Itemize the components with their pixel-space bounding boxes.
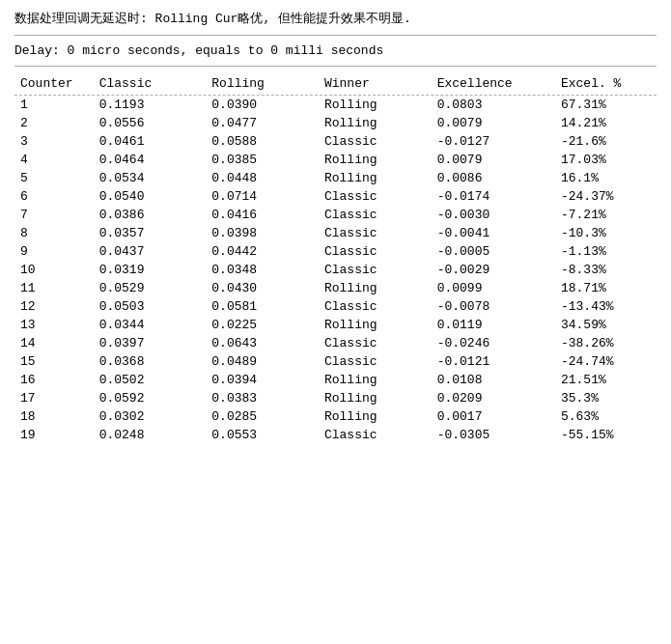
col-header-rolling: Rolling xyxy=(206,72,319,95)
cell-rolling: 0.0416 xyxy=(206,206,319,224)
cell-counter: 5 xyxy=(14,169,94,187)
cell-excellence: 0.0079 xyxy=(432,114,555,132)
table-row: 50.05340.0448Rolling0.008616.1% xyxy=(14,169,657,187)
cell-rolling: 0.0348 xyxy=(206,261,319,279)
cell-excel-pct: 18.71% xyxy=(555,279,657,297)
cell-rolling: 0.0714 xyxy=(206,187,319,206)
cell-winner: Classic xyxy=(319,206,432,224)
table-row: 170.05920.0383Rolling0.020935.3% xyxy=(14,389,657,407)
cell-excellence: -0.0078 xyxy=(432,297,555,316)
cell-excellence: 0.0086 xyxy=(432,169,555,187)
cell-rolling: 0.0398 xyxy=(206,224,319,242)
cell-excel-pct: -7.21% xyxy=(555,206,657,224)
cell-excellence: 0.0079 xyxy=(432,151,555,169)
cell-rolling: 0.0588 xyxy=(206,132,319,151)
data-table: Counter Classic Rolling Winner Excellenc… xyxy=(14,72,657,444)
cell-winner: Rolling xyxy=(319,389,432,407)
cell-classic: 0.0540 xyxy=(94,187,207,206)
cell-classic: 0.0397 xyxy=(94,334,207,352)
cell-excellence: -0.0305 xyxy=(432,426,555,444)
delay-line: Delay: 0 micro seconds, equals to 0 mill… xyxy=(14,43,657,58)
col-header-classic: Classic xyxy=(94,72,207,95)
cell-counter: 2 xyxy=(14,114,94,132)
cell-rolling: 0.0489 xyxy=(206,352,319,371)
cell-counter: 12 xyxy=(14,297,94,316)
cell-winner: Rolling xyxy=(319,371,432,389)
table-row: 10.11930.0390Rolling0.080367.31% xyxy=(14,96,657,114)
cell-classic: 0.1193 xyxy=(94,96,207,114)
cell-excel-pct: 67.31% xyxy=(555,96,657,114)
cell-counter: 16 xyxy=(14,371,94,389)
table-row: 140.03970.0643Classic-0.0246-38.26% xyxy=(14,334,657,352)
cell-rolling: 0.0225 xyxy=(206,316,319,334)
cell-classic: 0.0344 xyxy=(94,316,207,334)
cell-rolling: 0.0477 xyxy=(206,114,319,132)
cell-excel-pct: 21.51% xyxy=(555,371,657,389)
table-row: 70.03860.0416Classic-0.0030-7.21% xyxy=(14,206,657,224)
cell-classic: 0.0556 xyxy=(94,114,207,132)
cell-excel-pct: 17.03% xyxy=(555,151,657,169)
cell-rolling: 0.0448 xyxy=(206,169,319,187)
cell-rolling: 0.0383 xyxy=(206,389,319,407)
cell-excel-pct: -8.33% xyxy=(555,261,657,279)
cell-rolling: 0.0643 xyxy=(206,334,319,352)
cell-rolling: 0.0385 xyxy=(206,151,319,169)
divider-top xyxy=(14,35,657,36)
cell-rolling: 0.0553 xyxy=(206,426,319,444)
cell-winner: Classic xyxy=(319,187,432,206)
cell-excel-pct: -13.43% xyxy=(555,297,657,316)
cell-rolling: 0.0394 xyxy=(206,371,319,389)
cell-winner: Classic xyxy=(319,426,432,444)
cell-counter: 3 xyxy=(14,132,94,151)
cell-excel-pct: 5.63% xyxy=(555,407,657,426)
cell-rolling: 0.0581 xyxy=(206,297,319,316)
cell-counter: 10 xyxy=(14,261,94,279)
cell-winner: Rolling xyxy=(319,407,432,426)
cell-counter: 19 xyxy=(14,426,94,444)
table-row: 60.05400.0714Classic-0.0174-24.37% xyxy=(14,187,657,206)
cell-rolling: 0.0430 xyxy=(206,279,319,297)
cell-excellence: 0.0803 xyxy=(432,96,555,114)
cell-classic: 0.0302 xyxy=(94,407,207,426)
cell-excellence: -0.0005 xyxy=(432,242,555,261)
table-row: 120.05030.0581Classic-0.0078-13.43% xyxy=(14,297,657,316)
cell-winner: Rolling xyxy=(319,316,432,334)
cell-classic: 0.0386 xyxy=(94,206,207,224)
cell-rolling: 0.0285 xyxy=(206,407,319,426)
cell-counter: 4 xyxy=(14,151,94,169)
cell-winner: Rolling xyxy=(319,151,432,169)
cell-excel-pct: -24.74% xyxy=(555,352,657,371)
cell-excellence: -0.0030 xyxy=(432,206,555,224)
table-row: 90.04370.0442Classic-0.0005-1.13% xyxy=(14,242,657,261)
cell-winner: Rolling xyxy=(319,114,432,132)
cell-counter: 9 xyxy=(14,242,94,261)
cell-excellence: 0.0099 xyxy=(432,279,555,297)
table-row: 30.04610.0588Classic-0.0127-21.6% xyxy=(14,132,657,151)
table-row: 130.03440.0225Rolling0.011934.59% xyxy=(14,316,657,334)
col-header-counter: Counter xyxy=(14,72,94,95)
cell-excellence: 0.0209 xyxy=(432,389,555,407)
cell-counter: 6 xyxy=(14,187,94,206)
cell-winner: Classic xyxy=(319,132,432,151)
cell-excellence: 0.0108 xyxy=(432,371,555,389)
cell-rolling: 0.0390 xyxy=(206,96,319,114)
table-row: 150.03680.0489Classic-0.0121-24.74% xyxy=(14,352,657,371)
table-row: 40.04640.0385Rolling0.007917.03% xyxy=(14,151,657,169)
cell-winner: Rolling xyxy=(319,96,432,114)
cell-rolling: 0.0442 xyxy=(206,242,319,261)
cell-excellence: -0.0174 xyxy=(432,187,555,206)
cell-classic: 0.0357 xyxy=(94,224,207,242)
cell-excellence: 0.0017 xyxy=(432,407,555,426)
cell-excel-pct: -10.3% xyxy=(555,224,657,242)
cell-classic: 0.0464 xyxy=(94,151,207,169)
cell-classic: 0.0437 xyxy=(94,242,207,261)
cell-excel-pct: -24.37% xyxy=(555,187,657,206)
cell-counter: 13 xyxy=(14,316,94,334)
cell-winner: Classic xyxy=(319,297,432,316)
cell-counter: 1 xyxy=(14,96,94,114)
cell-counter: 14 xyxy=(14,334,94,352)
cell-excel-pct: 35.3% xyxy=(555,389,657,407)
cell-classic: 0.0248 xyxy=(94,426,207,444)
cell-classic: 0.0319 xyxy=(94,261,207,279)
header-notice: 数据处理回调无延迟时: Rolling Cur略优, 但性能提升效果不明显. xyxy=(14,10,657,27)
